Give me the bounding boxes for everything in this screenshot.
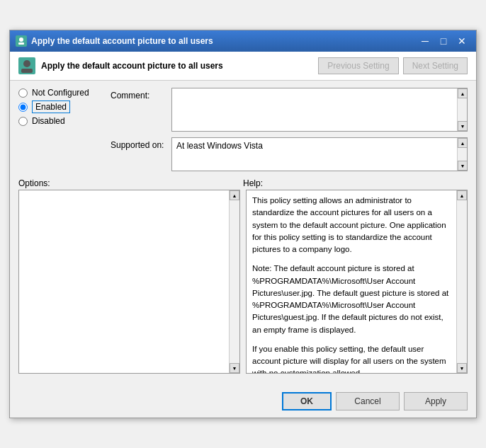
ok-button[interactable]: OK (282, 392, 332, 410)
enabled-row: Enabled (18, 102, 111, 112)
header-left: Apply the default account picture to all… (18, 57, 223, 74)
main-window: Apply the default account picture to all… (9, 30, 477, 418)
next-setting-button[interactable]: Next Setting (403, 57, 468, 74)
help-panel: This policy setting allows an administra… (246, 190, 468, 374)
maximize-button[interactable]: □ (435, 35, 452, 47)
radio-group: Not Configured Enabled Disabled (18, 88, 111, 171)
header-title: Apply the default account picture to all… (41, 61, 223, 71)
header-buttons: Previous Setting Next Setting (318, 57, 468, 74)
options-label: Options: (18, 178, 243, 188)
supported-on-label: Supported on: (111, 137, 167, 150)
disabled-radio[interactable] (18, 117, 28, 126)
header-icon (18, 57, 35, 74)
previous-setting-button[interactable]: Previous Setting (318, 57, 398, 74)
help-paragraph-3: If you enable this policy setting, the d… (252, 343, 453, 373)
not-configured-radio[interactable] (18, 88, 28, 98)
svg-rect-1 (18, 42, 24, 45)
title-bar-left: Apply the default account picture to all… (16, 35, 213, 47)
comment-box: ▲ ▼ (171, 88, 468, 132)
help-text-content: This policy setting allows an administra… (252, 195, 453, 373)
supported-scrollbar: ▲ ▼ (457, 138, 467, 171)
supported-scroll-up[interactable]: ▲ (458, 138, 468, 148)
not-configured-label: Not Configured (32, 88, 89, 98)
window-title: Apply the default account picture to all… (31, 36, 213, 46)
right-fields: Comment: ▲ ▼ Supported on: At least Wind… (111, 88, 468, 171)
options-scroll[interactable] (19, 190, 239, 373)
enabled-radio[interactable] (18, 103, 28, 112)
help-paragraph-1: This policy setting allows an administra… (252, 195, 453, 255)
cancel-button[interactable]: Cancel (336, 392, 400, 410)
supported-value: At least Windows Vista (176, 141, 463, 151)
enabled-highlight-label: Enabled (32, 100, 70, 113)
options-scrollbar: ▲ ▼ (229, 190, 239, 373)
svg-rect-3 (21, 69, 33, 73)
content-area: Not Configured Enabled Disabled Comment (10, 81, 476, 388)
disabled-label: Disabled (32, 116, 65, 126)
supported-scroll-down[interactable]: ▼ (458, 161, 468, 171)
svg-point-2 (23, 60, 30, 67)
title-bar-controls: ─ □ ✕ (417, 35, 470, 47)
header-bar: Apply the default account picture to all… (10, 52, 476, 81)
help-scroll-up[interactable]: ▲ (457, 190, 467, 200)
svg-point-0 (19, 38, 23, 42)
main-config-section: Not Configured Enabled Disabled Comment (18, 88, 468, 171)
supported-box: At least Windows Vista ▲ ▼ (171, 137, 468, 171)
disabled-row: Disabled (18, 116, 111, 126)
comment-scrollbar: ▲ ▼ (457, 88, 467, 131)
help-scroll-down[interactable]: ▼ (457, 363, 467, 373)
help-scroll[interactable]: This policy setting allows an administra… (247, 190, 467, 373)
options-panel: ▲ ▼ (18, 190, 240, 374)
enabled-label: Enabled (32, 102, 70, 112)
options-scroll-up[interactable]: ▲ (230, 190, 239, 200)
options-scroll-down[interactable]: ▼ (230, 363, 239, 373)
footer-buttons: OK Cancel Apply (10, 388, 476, 418)
comment-label: Comment: (111, 88, 167, 100)
title-bar: Apply the default account picture to all… (10, 30, 476, 52)
scroll-down-arrow[interactable]: ▼ (458, 121, 468, 131)
bottom-panels: ▲ ▼ This policy setting allows an admini… (18, 190, 468, 374)
help-paragraph-2: Note: The default account picture is sto… (252, 263, 453, 336)
close-button[interactable]: ✕ (453, 35, 470, 47)
comment-textarea[interactable] (172, 88, 457, 131)
minimize-button[interactable]: ─ (417, 35, 434, 47)
window-icon (16, 35, 27, 47)
apply-button[interactable]: Apply (404, 392, 468, 410)
scroll-up-arrow[interactable]: ▲ (458, 88, 468, 98)
help-label: Help: (243, 178, 468, 188)
not-configured-row: Not Configured (18, 88, 111, 98)
supported-row: Supported on: At least Windows Vista ▲ ▼ (111, 137, 468, 171)
panel-labels-row: Options: Help: (18, 178, 468, 188)
comment-row: Comment: ▲ ▼ (111, 88, 468, 132)
help-scrollbar: ▲ ▼ (456, 190, 467, 373)
